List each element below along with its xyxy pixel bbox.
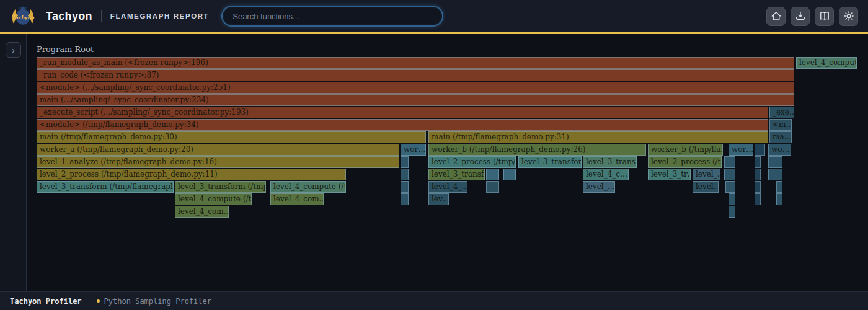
flame-bar[interactable]: wo… <box>768 144 791 156</box>
header-divider <box>101 10 102 22</box>
flame-bar[interactable] <box>486 181 499 193</box>
flame-bar[interactable] <box>724 169 735 180</box>
flame-bar[interactable]: level_4_comput… <box>796 57 857 69</box>
flame-bar[interactable] <box>728 206 735 218</box>
flame-bar[interactable]: level_2_process (/tm… <box>648 156 722 168</box>
flame-bar[interactable] <box>503 169 516 180</box>
flame-bar[interactable]: level_3_trans… <box>583 156 637 168</box>
report-type-label: FLAMEGRAPH REPORT <box>110 12 209 20</box>
flame-bar[interactable] <box>401 169 409 180</box>
flame-bar[interactable]: _run_code (<frozen runpy>:87) <box>37 69 794 81</box>
sidebar: › <box>0 34 27 291</box>
flame-bar[interactable] <box>755 193 761 205</box>
status-bar: Tachyon Profiler Python Sampling Profile… <box>0 291 868 310</box>
flame-bar[interactable]: level_4_c… <box>583 169 629 180</box>
flame-bar[interactable]: <m… <box>769 119 792 131</box>
flame-bar[interactable]: level_2_process (/tmp/flamegraph_demo.py… <box>37 169 346 180</box>
sidebar-expand-button[interactable]: › <box>6 42 21 58</box>
svg-text:Tachyon: Tachyon <box>12 15 34 20</box>
app-title: Tachyon <box>46 10 92 23</box>
flame-bar[interactable] <box>768 169 782 180</box>
flame-bar[interactable] <box>768 156 782 168</box>
flame-bar[interactable]: main (.../sampling/_sync_coordinator.py:… <box>37 94 794 106</box>
download-button[interactable] <box>790 7 810 26</box>
flame-bar[interactable]: level_3_transf… <box>428 169 485 180</box>
flame-bar[interactable]: ma… <box>769 131 792 143</box>
flame-bar[interactable]: level_3_transform… <box>518 156 582 168</box>
flame-bar[interactable]: main (/tmp/flamegraph_demo.py:31) <box>428 131 768 143</box>
flame-bar[interactable]: level_4_compute (/t… <box>270 181 346 193</box>
flame-bar[interactable] <box>755 144 765 156</box>
flame-bar[interactable]: level_3_transform (/tmp/fl… <box>175 181 266 193</box>
flamegraph: Program Root _run_module_as_main (<froze… <box>27 34 868 291</box>
flame-bar[interactable]: _execute_script (.../sampling/_sync_coor… <box>37 107 768 118</box>
flame-bar[interactable] <box>755 156 761 168</box>
flame-bar[interactable] <box>401 193 409 205</box>
flame-bar[interactable]: level_3_transform (/tmp/flamegraph_dem… <box>37 181 174 193</box>
flame-bar[interactable]: worker_b (/tmp/flame… <box>648 144 723 156</box>
status-dot-icon <box>97 299 100 303</box>
flame-bar[interactable]: level_1_analyze (/tmp/flamegraph_demo.py… <box>37 156 399 168</box>
flame-bar[interactable]: worker_b (/tmp/flamegraph_demo.py:26) <box>428 144 646 156</box>
flame-bar[interactable]: level_2_process (/tmp/fla… <box>428 156 516 168</box>
docs-button[interactable] <box>815 7 834 26</box>
flame-bar[interactable] <box>755 169 761 180</box>
flamegraph-root-label: Program Root <box>37 45 94 54</box>
flame-bar[interactable]: level_4_… <box>428 181 467 193</box>
flame-bar[interactable] <box>724 156 735 168</box>
flame-bar[interactable] <box>401 156 409 168</box>
flame-bar[interactable]: lev… <box>428 193 449 205</box>
flame-bar[interactable]: level… <box>693 181 719 193</box>
home-icon <box>770 10 782 22</box>
flame-bar[interactable] <box>728 193 735 205</box>
app-body: › Program Root _run_module_as_main (<fro… <box>0 34 868 291</box>
status-subtitle: Python Sampling Profiler <box>104 297 211 306</box>
tachyon-logo-icon: Tachyon <box>10 3 36 29</box>
theme-button[interactable] <box>839 7 858 26</box>
flame-bar[interactable] <box>725 181 735 193</box>
flame-bar[interactable]: worker_a (/tmp/flamegraph_demo.py:20) <box>37 144 399 156</box>
flame-bar[interactable]: level_4_com… <box>175 206 229 218</box>
flame-bar[interactable]: wor… <box>401 144 426 156</box>
flame-bar[interactable]: <module> (/tmp/flamegraph_demo.py:34) <box>37 119 768 131</box>
sun-icon <box>843 10 855 22</box>
flame-bar[interactable]: level_… <box>693 169 720 180</box>
status-app-name: Tachyon Profiler <box>10 297 82 306</box>
flame-bar[interactable]: level_4_com… <box>270 193 324 205</box>
flame-bar[interactable]: level_3_tr… <box>648 169 691 180</box>
chevron-right-icon: › <box>12 46 15 55</box>
flame-bar[interactable]: _run_module_as_main (<frozen runpy>:196) <box>37 57 794 69</box>
flame-bar[interactable]: level_4_compute (/t… <box>175 193 252 205</box>
search-input[interactable] <box>221 6 443 27</box>
app-header: Tachyon Tachyon FLAMEGRAPH REPORT <box>0 0 868 34</box>
flame-bar[interactable]: wor… <box>728 144 753 156</box>
flame-bar[interactable]: <module> (.../sampling/_sync_coordinator… <box>37 82 794 94</box>
flame-bar[interactable]: _exe… <box>769 107 794 118</box>
download-icon <box>794 10 807 22</box>
flame-bar[interactable] <box>486 169 499 180</box>
flame-bar[interactable] <box>776 181 782 193</box>
flame-bar[interactable] <box>776 193 782 205</box>
flame-bar[interactable]: main (/tmp/flamegraph_demo.py:30) <box>37 131 426 143</box>
book-icon <box>818 10 831 22</box>
header-actions <box>766 7 858 26</box>
flame-bar[interactable] <box>401 181 409 193</box>
home-button[interactable] <box>766 7 786 26</box>
flame-bar[interactable]: level_… <box>583 181 615 193</box>
flame-bar[interactable] <box>755 181 761 193</box>
